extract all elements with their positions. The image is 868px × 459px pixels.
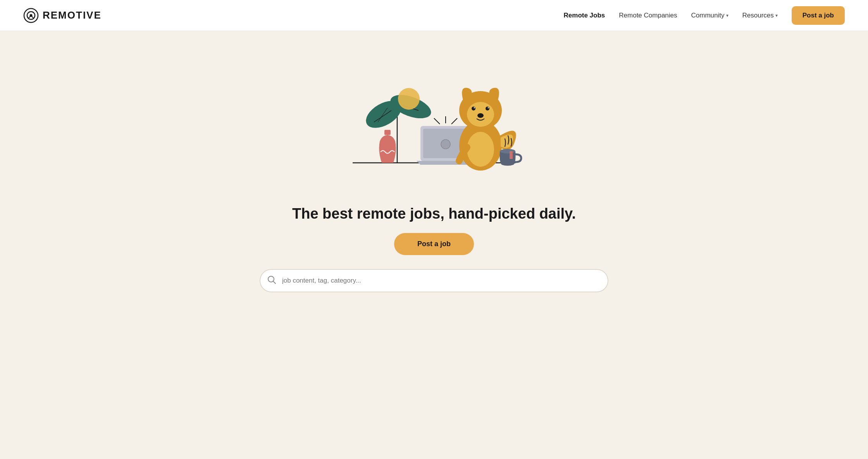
navbar: REMOTIVE Remote Jobs Remote Companies Co… bbox=[0, 0, 868, 31]
svg-point-27 bbox=[477, 113, 484, 118]
resources-chevron-icon: ▾ bbox=[775, 13, 778, 18]
brand-name: REMOTIVE bbox=[43, 9, 102, 21]
svg-rect-12 bbox=[384, 130, 391, 135]
nav-remote-companies[interactable]: Remote Companies bbox=[619, 12, 677, 19]
svg-line-16 bbox=[434, 118, 440, 124]
navbar-post-job-button[interactable]: Post a job bbox=[792, 6, 845, 25]
svg-point-28 bbox=[500, 149, 515, 154]
nav-community[interactable]: Community ▾ bbox=[691, 12, 728, 19]
hero-illustration bbox=[337, 47, 531, 194]
hero-heading: The best remote jobs, hand-picked daily. bbox=[292, 205, 576, 222]
svg-point-20 bbox=[467, 132, 494, 167]
search-icon bbox=[267, 276, 276, 286]
search-input[interactable] bbox=[260, 269, 608, 292]
remotive-logo-icon bbox=[23, 8, 39, 23]
svg-point-30 bbox=[268, 276, 274, 282]
svg-point-23 bbox=[472, 107, 475, 110]
nav-links: Remote Jobs Remote Companies Community ▾… bbox=[564, 6, 845, 25]
svg-line-18 bbox=[451, 118, 457, 124]
svg-line-31 bbox=[274, 281, 276, 284]
nav-remote-jobs[interactable]: Remote Jobs bbox=[564, 12, 605, 19]
svg-point-24 bbox=[486, 107, 489, 110]
hero-section: The best remote jobs, hand-picked daily.… bbox=[0, 31, 868, 292]
search-container bbox=[260, 269, 608, 292]
svg-rect-29 bbox=[510, 151, 513, 159]
nav-resources[interactable]: Resources ▾ bbox=[742, 12, 778, 19]
community-chevron-icon: ▾ bbox=[726, 13, 728, 18]
svg-point-15 bbox=[441, 140, 450, 149]
logo[interactable]: REMOTIVE bbox=[23, 8, 102, 23]
svg-point-26 bbox=[488, 107, 489, 109]
svg-point-11 bbox=[398, 88, 420, 110]
svg-point-25 bbox=[474, 107, 475, 109]
hero-post-job-button[interactable]: Post a job bbox=[394, 233, 474, 255]
svg-point-3 bbox=[30, 14, 32, 16]
